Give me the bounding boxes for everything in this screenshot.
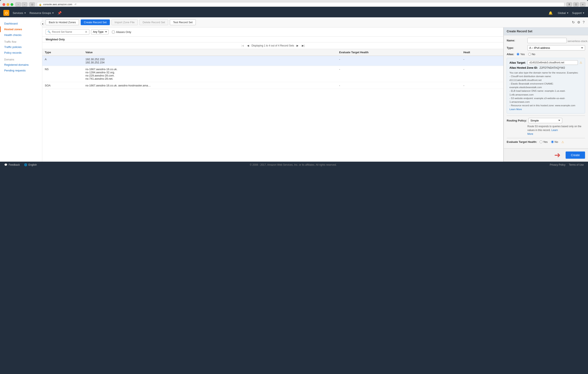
toolbar: Back to Hosted Zones Create Record Set I… [42, 17, 588, 27]
cell-type: NS [42, 66, 83, 82]
cell-health: - [461, 56, 503, 66]
sidebar-item-policy-records[interactable]: Policy records [0, 50, 42, 55]
alias-no-radio[interactable] [528, 53, 531, 55]
aliases-only-checkbox[interactable] [112, 31, 115, 33]
fullscreen-button[interactable]: ⊡ [573, 2, 579, 7]
sidebar-item-health-checks[interactable]: Health checks [0, 32, 42, 38]
resource-groups-nav[interactable]: Resource Groups ▼ [30, 11, 54, 15]
col-header-health: Healt [461, 49, 503, 56]
maximize-button[interactable] [10, 3, 13, 6]
name-form-row: Name: serverless-stack.com. [507, 38, 585, 43]
cell-value: 192.30.252.153192.30.252.154 [83, 56, 336, 66]
feedback-icon: 💬 [4, 163, 7, 166]
sidebar-item-pending-requests[interactable]: Pending requests [0, 68, 42, 73]
services-chevron-icon: ▼ [24, 12, 26, 14]
delete-record-set-button[interactable]: Delete Record Set [139, 20, 168, 25]
create-button[interactable]: Create [566, 151, 585, 159]
pagination-text: Displaying 1 to 4 out of 4 Record Sets [252, 44, 294, 47]
routing-section: Routing Policy: Simple Weighted Latency … [507, 116, 585, 136]
feedback-button[interactable]: 💬 Feedback [4, 163, 20, 166]
alias-target-row: Alias Target: ⚠ [509, 60, 582, 65]
alias-target-warning-icon: ⚠ [579, 61, 582, 64]
cell-value: ns-1667.awsdns-16.co.uk. awsdns-hostmast… [83, 82, 336, 89]
privacy-policy-link[interactable]: Privacy Policy [550, 163, 566, 166]
alias-row: Alias: Yes No [507, 53, 585, 56]
bell-icon[interactable]: 🔔 [548, 11, 553, 15]
routing-policy-select[interactable]: Simple Weighted Latency Failover Geoloca… [528, 118, 562, 123]
sidebar-item-registered-domains[interactable]: Registered domains [0, 62, 42, 68]
support-nav[interactable]: Support ▼ [572, 11, 585, 15]
create-arrow-hint: ➜ [554, 151, 561, 160]
table-row[interactable]: NS ns-1667.awsdns-16.co.uk. ns-1284.awsd… [42, 66, 503, 82]
close-button[interactable] [2, 3, 5, 6]
evaluate-yes-option[interactable]: Yes [540, 140, 548, 143]
first-page-button[interactable]: |◀ [240, 44, 245, 48]
help-icon[interactable]: ? [583, 21, 585, 24]
import-zone-file-button[interactable]: Import Zone File [112, 20, 138, 25]
alias-learn-more-link[interactable]: Learn More [509, 108, 522, 110]
evaluate-no-option[interactable]: No [551, 140, 558, 143]
globe-icon: 🌐 [24, 163, 27, 166]
left-section: 🔍 ✕ Any Type A NS SOA CNAME MX Al [42, 27, 504, 162]
resource-groups-chevron-icon: ▼ [52, 12, 54, 14]
clear-search-button[interactable]: ✕ [85, 30, 87, 34]
sidebar-item-traffic-policies[interactable]: Traffic policies [0, 44, 42, 50]
sidebar-section-domains: Domains [0, 55, 42, 62]
global-nav[interactable]: Global ▼ [558, 11, 568, 15]
col-header-evaluate: Evaluate Target Health [337, 49, 461, 56]
address-bar[interactable]: 🔒 console.aws.amazon.com ↺ [37, 2, 564, 7]
settings-icon[interactable]: ⚙ [577, 20, 580, 24]
cell-value: ns-1667.awsdns-16.co.uk. ns-1284.awsdns-… [83, 66, 336, 82]
cell-health: - [461, 82, 503, 89]
refresh-icon[interactable]: ↻ [572, 20, 575, 24]
next-page-button[interactable]: ▶ [296, 44, 299, 48]
routing-help-text: Route 53 responds to queries based only … [527, 124, 585, 136]
type-select-panel[interactable]: A – IPv4 address AAAA – IPv6 address CNA… [527, 45, 585, 51]
pin-icon[interactable]: 📌 [57, 11, 62, 15]
services-nav[interactable]: Services ▼ [13, 11, 26, 15]
aws-logo[interactable]: ⬡ [3, 10, 9, 16]
name-input[interactable] [527, 38, 567, 43]
back-nav-button[interactable]: ‹ [15, 2, 21, 7]
new-tab-button[interactable]: + [580, 2, 586, 7]
alias-target-input[interactable] [528, 60, 578, 65]
sidebar-collapse-button[interactable]: ◀ [40, 21, 45, 26]
reading-view-button[interactable]: ⊡ [29, 2, 35, 7]
table-row[interactable]: A 192.30.252.153192.30.252.154 - - [42, 56, 503, 66]
app-container: ◀ Dashboard Hosted zones Health checks T… [0, 17, 588, 162]
prev-page-button[interactable]: ◀ [246, 44, 250, 48]
sidebar-item-hosted-zones[interactable]: Hosted zones [0, 26, 42, 32]
panel-title: Create Record Set [504, 27, 588, 35]
table-row[interactable]: SOA ns-1667.awsdns-16.co.uk. awsdns-host… [42, 82, 503, 89]
create-record-set-button[interactable]: Create Record Set [81, 20, 110, 25]
cell-evaluate: - [337, 82, 461, 89]
panel-body: Name: serverless-stack.com. Type: A – IP… [504, 35, 588, 148]
col-header-type: Type [42, 49, 83, 56]
alias-yes-radio[interactable] [517, 53, 519, 55]
aliases-only-label: Aliases Only [112, 31, 131, 34]
alias-label: Alias: [507, 53, 514, 56]
copyright-text: © 2008 - 2017, Amazon Web Services, Inc.… [41, 163, 546, 166]
back-to-hosted-zones-button[interactable]: Back to Hosted Zones [46, 20, 79, 25]
evaluate-yes-radio[interactable] [540, 140, 542, 143]
language-selector[interactable]: 🌐 English [24, 163, 37, 166]
weighted-only-label: Weighted Only [42, 37, 503, 43]
minimize-button[interactable] [7, 3, 9, 6]
alias-target-label: Alias Target: [509, 61, 526, 64]
sidebar-item-dashboard[interactable]: Dashboard [0, 21, 42, 26]
alias-yes-option[interactable]: Yes [517, 53, 525, 56]
app-footer: 💬 Feedback 🌐 English © 2008 - 2017, Amaz… [0, 162, 588, 168]
share-button[interactable]: ⬆ [567, 2, 572, 7]
reload-button[interactable]: ↺ [74, 3, 76, 6]
browser-chrome: ‹ › ⊡ 🔒 console.aws.amazon.com ↺ ⬆ ⊡ + [0, 0, 588, 7]
records-table-container: Type Value Evaluate Target Health Healt … [42, 49, 503, 162]
last-page-button[interactable]: ▶| [301, 44, 305, 48]
terms-of-use-link[interactable]: Terms of Use [569, 163, 584, 166]
evaluate-no-radio[interactable] [551, 140, 554, 143]
type-filter-select[interactable]: Any Type A NS SOA CNAME MX [91, 29, 109, 34]
forward-nav-button[interactable]: › [22, 2, 27, 7]
test-record-set-button[interactable]: Test Record Set [170, 20, 196, 25]
alias-no-option[interactable]: No [528, 53, 536, 56]
svg-text:⬡: ⬡ [5, 11, 8, 15]
search-input[interactable] [52, 31, 84, 33]
